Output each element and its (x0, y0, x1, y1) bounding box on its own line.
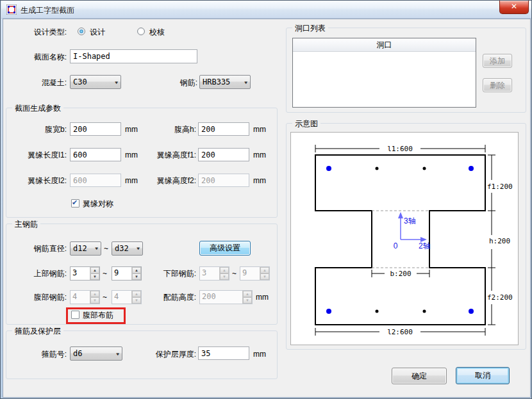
section-diagram: l1:600 l2:600 f1:200 (290, 132, 519, 345)
chevron-down-icon: ▼ (115, 79, 118, 84)
rebar-material-select[interactable]: HRB335 ▼ (199, 75, 251, 89)
flange-len2-unit: mm (125, 175, 138, 186)
i-section-outline (315, 155, 485, 325)
add-hole-button[interactable]: 添加 (483, 54, 512, 68)
ok-button[interactable]: 确定 (392, 368, 447, 384)
top-rebar-to-stepper[interactable]: 9 ▲▼ (112, 266, 142, 281)
web-width-input[interactable] (70, 122, 121, 136)
bottom-rebar-from-stepper: 3 ▲▼ (199, 266, 229, 281)
dim-l1-label: l1:600 (387, 145, 413, 153)
radio-check-label[interactable]: 校核 (149, 27, 169, 37)
stirrup-number-value: d6 (73, 349, 82, 358)
dim-h-label: h:200 (489, 237, 510, 245)
rebar-height-value: 200 (200, 291, 242, 304)
flange-symmetry-label[interactable]: 翼缘对称 (83, 199, 128, 209)
dim-b-label: b:200 (390, 270, 411, 278)
holes-group-title: 洞口列表 (292, 23, 328, 34)
radio-design[interactable] (78, 28, 85, 35)
flange-h2-label: 翼缘高度f2: (138, 175, 196, 186)
bottom-rebar-separator: ~ (232, 268, 237, 279)
stirrup-number-label: 箍筋号: (9, 349, 67, 359)
spin-up-icon[interactable]: ▲ (132, 267, 141, 273)
radio-check[interactable] (137, 28, 145, 35)
top-rebar-from-stepper[interactable]: 3 ▲▼ (70, 266, 100, 281)
rebar-diameter-label: 钢筋直径: (9, 243, 67, 254)
axis-origin-label: 0 (394, 241, 398, 250)
flange-h2-unit: mm (253, 175, 266, 186)
flange-len1-unit: mm (125, 150, 138, 160)
web-layout-checkbox[interactable] (71, 311, 79, 319)
middle-rebar-dot (423, 167, 426, 170)
chevron-down-icon: ▼ (95, 246, 98, 250)
rebar-material-value: HRB335 (203, 77, 230, 86)
advanced-settings-button[interactable]: 高级设置 (199, 241, 251, 256)
corner-rebar-dot (326, 166, 331, 171)
stirrup-number-select[interactable]: d6 ▼ (70, 346, 122, 361)
top-rebar-from-value: 3 (71, 267, 90, 280)
design-type-label: 设计类型: (9, 27, 67, 37)
diagram-group-title: 示意图 (292, 118, 320, 129)
web-width-label: 腹宽b: (9, 124, 67, 134)
bottom-rebar-to-value: 9 (240, 267, 260, 280)
dialog-generate-i-section: 生成工字型截面 ✕ 设计类型: 设计 校核 截面名称: 混凝土: C30 ▼ 钢… (0, 0, 532, 399)
app-icon (6, 4, 17, 15)
check-icon: ✔ (72, 199, 78, 207)
spin-up-icon[interactable]: ▲ (90, 267, 99, 273)
flange-h1-label: 翼缘高度f1: (138, 150, 196, 160)
spin-up-icon: ▲ (132, 291, 141, 297)
spin-up-icon: ▲ (220, 267, 229, 273)
axis-3-label: 3轴 (404, 216, 416, 225)
cover-thickness-label: 保护层厚度: (138, 349, 196, 359)
web-rebar-to-stepper: 4 ▲▼ (112, 290, 142, 304)
cover-thickness-input[interactable] (198, 346, 249, 360)
close-button[interactable]: ✕ (499, 1, 529, 14)
web-height-input[interactable] (198, 122, 249, 136)
middle-rebar-dot (423, 310, 426, 313)
section-name-label: 截面名称: (9, 52, 67, 62)
cancel-button[interactable]: 取消 (456, 367, 510, 384)
spin-down-icon: ▼ (243, 297, 252, 304)
rebar-diameter-from-select[interactable]: d12 ▼ (70, 241, 101, 256)
spin-down-icon[interactable]: ▼ (90, 273, 99, 280)
holes-table[interactable]: 洞口 (292, 38, 476, 108)
rebar-height-label: 配筋高度: (148, 292, 196, 302)
flange-symmetry-checkbox[interactable]: ✔ (71, 199, 79, 208)
bottom-rebar-label: 下部钢筋: (148, 268, 196, 279)
bottom-rebar-to-stepper: 9 ▲▼ (240, 266, 270, 281)
dim-f1-label: f1:200 (487, 183, 513, 191)
rebar-material-label: 钢筋: (146, 77, 197, 88)
flange-h2-input (198, 174, 249, 187)
rebar-diameter-to-value: d32 (115, 244, 129, 253)
concrete-label: 混凝土: (9, 77, 67, 88)
axis-2-label: 2轴 (419, 241, 431, 250)
chevron-down-icon: ▼ (116, 351, 119, 355)
title-bar[interactable]: 生成工字型截面 ✕ (1, 1, 532, 19)
flange-len1-input[interactable] (70, 148, 121, 161)
web-rebar-separator: ~ (103, 292, 107, 302)
rebar-diameter-from-value: d12 (73, 244, 87, 253)
holes-column-header: 洞口 (293, 38, 476, 52)
middle-rebar-dot (376, 310, 379, 313)
web-height-unit: mm (253, 124, 266, 134)
flange-len2-label: 翼缘长度l2: (9, 175, 67, 186)
flange-h1-input[interactable] (198, 148, 249, 161)
web-rebar-to-value: 4 (112, 291, 131, 304)
section-name-input[interactable] (70, 49, 197, 63)
spin-down-icon: ▼ (132, 297, 141, 304)
flange-len1-label: 翼缘长度l1: (9, 150, 67, 160)
top-rebar-separator: ~ (103, 268, 107, 279)
delete-hole-button[interactable]: 删除 (483, 78, 512, 92)
web-layout-label[interactable]: 腹部布筋 (83, 310, 128, 320)
rebar-diameter-to-select[interactable]: d32 ▼ (112, 241, 143, 256)
stirrup-group-title: 箍筋及保护层 (12, 326, 63, 337)
rebar-height-unit: mm (256, 292, 269, 302)
web-rebar-from-stepper: 4 ▲▼ (70, 290, 100, 304)
dim-f2-label: f2:200 (487, 293, 513, 302)
corner-rebar-dot (326, 309, 331, 314)
spin-up-icon: ▲ (243, 291, 252, 297)
spin-down-icon[interactable]: ▼ (132, 273, 141, 280)
i-section-drawing: l1:600 l2:600 f1:200 (291, 133, 518, 345)
radio-design-label[interactable]: 设计 (90, 27, 109, 37)
concrete-select[interactable]: C30 ▼ (70, 75, 121, 89)
cover-thickness-unit: mm (253, 349, 266, 359)
